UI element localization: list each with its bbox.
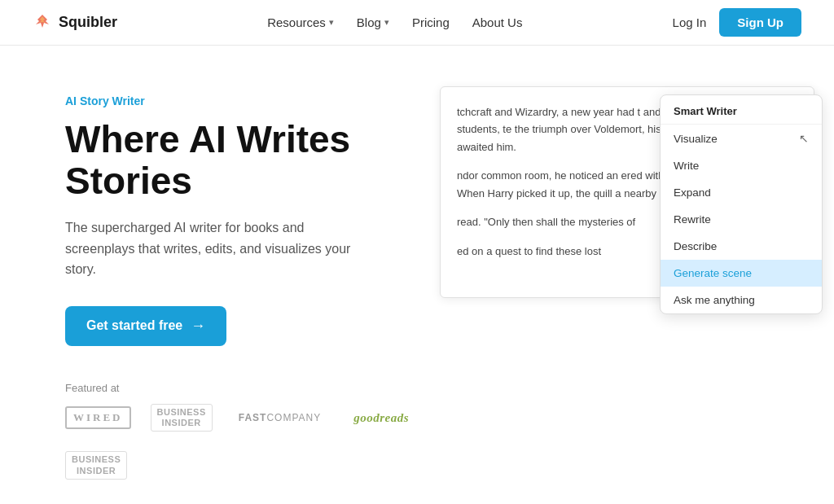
smart-writer-describe[interactable]: Describe <box>661 233 822 260</box>
cta-arrow-icon: → <box>191 318 205 335</box>
nav-actions: Log In Sign Up <box>673 8 801 37</box>
blog-chevron: ▾ <box>384 17 389 28</box>
featured-label: Featured at <box>65 382 424 394</box>
logo-business-insider-1: BUSINESSINSIDER <box>151 404 213 432</box>
smart-writer-panel: Smart Writer Visualize ↖ Write Expand Re… <box>660 94 823 314</box>
smart-writer-rewrite[interactable]: Rewrite <box>661 206 822 233</box>
hero-preview: tchcraft and Wizardry, a new year had t … <box>440 86 814 298</box>
featured-logos: WIRED BUSINESSINSIDER FastCompany goodre… <box>65 404 424 480</box>
logo-fast-company: FastCompany <box>232 409 327 427</box>
nav-logo[interactable]: Squibler <box>33 13 117 33</box>
featured-at: Featured at WIRED BUSINESSINSIDER FastCo… <box>65 382 424 480</box>
smart-writer-write[interactable]: Write <box>661 152 822 179</box>
smart-writer-visualize[interactable]: Visualize ↖ <box>661 125 822 152</box>
login-button[interactable]: Log In <box>673 15 707 29</box>
smart-writer-expand[interactable]: Expand <box>661 179 822 206</box>
signup-button[interactable]: Sign Up <box>719 8 801 37</box>
cursor-icon: ↖ <box>799 132 809 145</box>
smart-writer-generate-scene[interactable]: Generate scene <box>661 260 822 287</box>
nav-blog[interactable]: Blog ▾ <box>357 15 389 29</box>
logo-text: Squibler <box>59 14 117 31</box>
hero-tag: AI Story Writer <box>65 94 424 107</box>
smart-writer-header: Smart Writer <box>661 95 822 125</box>
nav-links: Resources ▾ Blog ▾ Pricing About Us <box>267 15 522 29</box>
resources-chevron: ▾ <box>329 17 334 28</box>
logo-business-insider-2: BUSINESSINSIDER <box>65 451 127 479</box>
navbar: Squibler Resources ▾ Blog ▾ Pricing Abou… <box>0 0 834 46</box>
nav-about[interactable]: About Us <box>472 15 523 29</box>
nav-pricing[interactable]: Pricing <box>412 15 450 29</box>
hero-left: AI Story Writer Where AI Writes Stories … <box>65 94 424 480</box>
smart-writer-ask-anything[interactable]: Ask me anything <box>661 287 822 313</box>
hero-description: The supercharged AI writer for books and… <box>65 217 358 280</box>
logo-goodreads: goodreads <box>347 408 415 428</box>
hero-title: Where AI Writes Stories <box>65 119 424 201</box>
hero-section: AI Story Writer Where AI Writes Stories … <box>0 46 834 504</box>
logo-wired: WIRED <box>65 406 131 429</box>
nav-resources[interactable]: Resources ▾ <box>267 15 334 29</box>
logo-icon <box>33 13 52 33</box>
cta-button[interactable]: Get started free → <box>65 306 226 346</box>
